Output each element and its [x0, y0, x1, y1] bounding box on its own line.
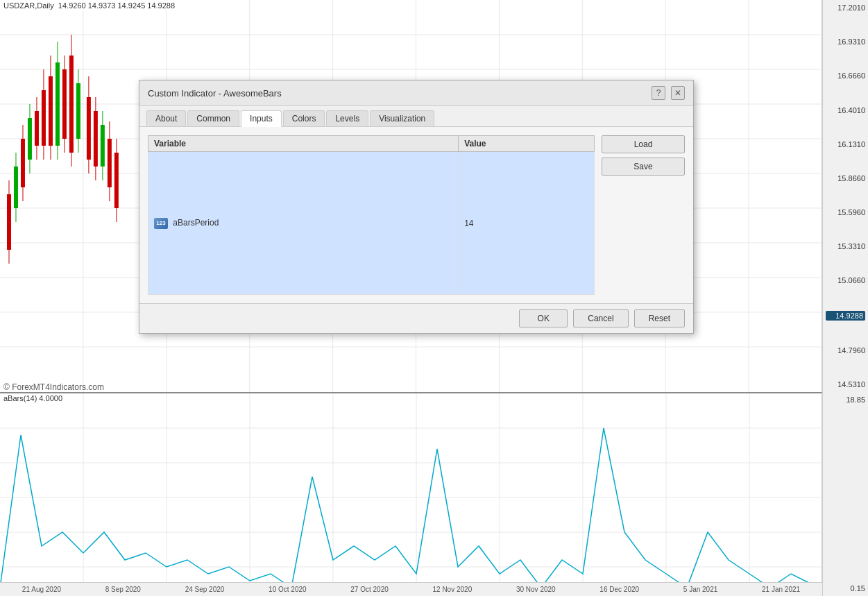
- price-axis: 17.2010 16.9310 16.6660 16.4010 16.1310 …: [822, 0, 868, 392]
- date-jan21: 21 Jan 2021: [762, 586, 800, 593]
- date-oct27: 27 Oct 2020: [350, 586, 388, 593]
- load-button[interactable]: Load: [602, 135, 685, 153]
- date-sep8: 8 Sep 2020: [105, 586, 141, 593]
- dialog-controls: ? ✕: [652, 86, 685, 100]
- dialog-sidebar: Load Save: [602, 135, 685, 295]
- tab-visualization[interactable]: Visualization: [370, 110, 434, 126]
- inputs-table: Variable Value 123 aBarsPeriod 14: [148, 135, 595, 295]
- close-button[interactable]: ✕: [671, 86, 685, 100]
- bottom-price-low: 0.15: [826, 584, 865, 593]
- dialog-tabs: About Common Inputs Colors Levels Visual…: [139, 106, 693, 127]
- tab-colors[interactable]: Colors: [283, 110, 325, 126]
- price-17: 17.2010: [826, 3, 865, 12]
- tab-inputs[interactable]: Inputs: [241, 110, 282, 127]
- cell-value[interactable]: 14: [459, 152, 595, 295]
- date-nov30: 30 Nov 2020: [516, 586, 556, 593]
- tab-levels[interactable]: Levels: [326, 110, 368, 126]
- dialog-titlebar: Custom Indicator - AwesomeBars ? ✕: [139, 80, 693, 106]
- price-15-5: 15.5960: [826, 208, 865, 216]
- price-14-7: 14.7960: [826, 346, 865, 355]
- tab-about[interactable]: About: [146, 110, 186, 126]
- dialog-title: Custom Indicator - AwesomeBars: [148, 88, 282, 99]
- price-16-4: 16.4010: [826, 106, 865, 114]
- bottom-chart: [0, 392, 822, 596]
- variable-icon: 123: [154, 218, 168, 229]
- bottom-chart-info: aBars(14) 4.0000: [3, 394, 62, 402]
- watermark: © ForexMT4Indicators.com: [3, 382, 104, 392]
- variable-name: aBarsPeriod: [173, 218, 219, 228]
- price-16-9: 16.9310: [826, 37, 865, 46]
- table-row[interactable]: 123 aBarsPeriod 14: [148, 152, 595, 295]
- date-sep24: 24 Sep 2020: [185, 586, 225, 593]
- bottom-price-high: 18.85: [826, 395, 865, 404]
- dialog-footer: OK Cancel Reset: [139, 303, 693, 333]
- reset-button[interactable]: Reset: [634, 309, 685, 327]
- price-16-1: 16.1310: [826, 140, 865, 148]
- dialog: Custom Indicator - AwesomeBars ? ✕ About…: [139, 80, 694, 334]
- price-16-6: 16.6660: [826, 71, 865, 80]
- price-info: 14.9260 14.9373 14.9245 14.9288: [58, 1, 175, 10]
- date-oct10: 10 Oct 2020: [269, 586, 306, 593]
- date-aug: 21 Aug 2020: [22, 586, 61, 593]
- date-nov12: 12 Nov 2020: [432, 586, 472, 593]
- symbol-label: USDZAR,Daily: [3, 1, 54, 10]
- date-dec16: 16 Dec 2020: [599, 586, 639, 593]
- bottom-price-axis: 18.85 0.15: [822, 392, 868, 596]
- ok-button[interactable]: OK: [519, 309, 568, 327]
- price-current: 14.9288: [826, 311, 865, 321]
- price-15-3: 15.3310: [826, 242, 865, 250]
- dialog-main: Variable Value 123 aBarsPeriod 14: [148, 135, 595, 295]
- price-14-5: 14.5310: [826, 380, 865, 389]
- cancel-button[interactable]: Cancel: [573, 309, 628, 327]
- col-value: Value: [459, 136, 595, 152]
- date-axis: 21 Aug 2020 8 Sep 2020 24 Sep 2020 10 Oc…: [0, 582, 822, 596]
- tab-common[interactable]: Common: [187, 110, 239, 126]
- help-button[interactable]: ?: [652, 86, 665, 100]
- save-button[interactable]: Save: [602, 157, 685, 176]
- price-15-8: 15.8660: [826, 174, 865, 182]
- cell-variable: 123 aBarsPeriod: [148, 152, 459, 295]
- chart-info: USDZAR,Daily 14.9260 14.9373 14.9245 14.…: [0, 0, 178, 11]
- dialog-content: Variable Value 123 aBarsPeriod 14: [139, 127, 693, 303]
- date-jan5: 5 Jan 2021: [683, 586, 718, 593]
- col-variable: Variable: [148, 136, 459, 152]
- price-15-0: 15.0660: [826, 276, 865, 284]
